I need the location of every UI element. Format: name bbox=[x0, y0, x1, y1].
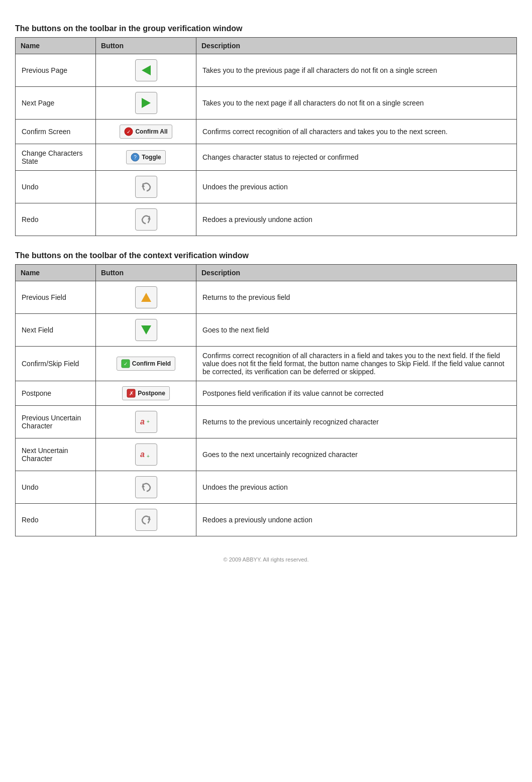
next-uncertain-icon: a + bbox=[135, 443, 157, 466]
svg-text:✓: ✓ bbox=[127, 129, 131, 135]
svg-text:?: ? bbox=[134, 155, 137, 160]
row-description: Takes you to the previous page if all ch… bbox=[196, 54, 517, 87]
table-row: Undo Undoes the previous action bbox=[16, 471, 517, 504]
section2-table: Name Button Description Previous Field R… bbox=[15, 264, 517, 536]
row-button: a + bbox=[96, 406, 196, 438]
row-description: Returns to the previous field bbox=[196, 281, 517, 314]
table-row: Confirm Screen ✓ Confirm All Confirms co… bbox=[16, 120, 517, 144]
row-description: Goes to the next uncertainly recognized … bbox=[196, 438, 517, 471]
section2-title: The buttons on the toolbar of the contex… bbox=[15, 251, 517, 260]
section1-table: Name Button Description Previous Page Ta… bbox=[15, 37, 517, 236]
col-name-2: Name bbox=[16, 265, 96, 281]
table-row: Next Field Goes to the next field bbox=[16, 314, 517, 347]
svg-text:a: a bbox=[140, 417, 145, 426]
table-row: Redo Redoes a previously undone action bbox=[16, 203, 517, 236]
row-description: Goes to the next field bbox=[196, 314, 517, 347]
row-name: Confirm Screen bbox=[16, 120, 96, 144]
svg-text:✓: ✓ bbox=[124, 361, 128, 367]
row-name: Previous Uncertain Character bbox=[16, 406, 96, 438]
svg-text:+: + bbox=[147, 454, 150, 459]
row-name: Undo bbox=[16, 471, 96, 504]
row-description: Changes character status to rejected or … bbox=[196, 144, 517, 171]
table-row: Postpone ✗ Postpone Postpones field veri… bbox=[16, 381, 517, 406]
col-button-1: Button bbox=[96, 38, 196, 54]
redo-icon bbox=[135, 208, 157, 231]
row-button bbox=[96, 314, 196, 347]
table-row: Undo Undoes the previous action bbox=[16, 171, 517, 203]
col-description-1: Description bbox=[196, 38, 517, 54]
table-row: Redo Redoes a previously undone action bbox=[16, 504, 517, 536]
undo-icon bbox=[135, 476, 157, 498]
postpone-icon: ✗ Postpone bbox=[122, 386, 170, 400]
row-button bbox=[96, 281, 196, 314]
row-button bbox=[96, 54, 196, 87]
row-name: Previous Page bbox=[16, 54, 96, 87]
undo-icon bbox=[135, 176, 157, 198]
row-button bbox=[96, 504, 196, 536]
row-button: ✗ Postpone bbox=[96, 381, 196, 406]
row-button bbox=[96, 171, 196, 203]
svg-text:a: a bbox=[140, 450, 145, 459]
next-field-icon bbox=[135, 319, 157, 341]
row-name: Confirm/Skip Field bbox=[16, 347, 96, 381]
row-description: Confirms correct recognition of all char… bbox=[196, 347, 517, 381]
row-name: Undo bbox=[16, 171, 96, 203]
footer: © 2009 ABBYY. All rights reserved. bbox=[15, 556, 517, 563]
table-row: Next Page Takes you to the next page if … bbox=[16, 87, 517, 120]
col-name-1: Name bbox=[16, 38, 96, 54]
row-name: Redo bbox=[16, 504, 96, 536]
row-button bbox=[96, 203, 196, 236]
prev-field-icon bbox=[135, 286, 157, 308]
row-name: Previous Field bbox=[16, 281, 96, 314]
row-name: Redo bbox=[16, 203, 96, 236]
row-description: Postpones field verification if its valu… bbox=[196, 381, 517, 406]
table-row: Next Uncertain Character a + Goes to the… bbox=[16, 438, 517, 471]
prev-uncertain-icon: a + bbox=[135, 411, 157, 433]
row-name: Next Page bbox=[16, 87, 96, 120]
row-description: Redoes a previously undone action bbox=[196, 203, 517, 236]
next-page-icon bbox=[135, 92, 157, 114]
svg-text:+: + bbox=[147, 419, 150, 424]
row-name: Change Characters State bbox=[16, 144, 96, 171]
row-button: ✓ Confirm Field bbox=[96, 347, 196, 381]
row-button: ? Toggle bbox=[96, 144, 196, 171]
row-description: Returns to the previous uncertainly reco… bbox=[196, 406, 517, 438]
row-button bbox=[96, 87, 196, 120]
confirm-all-icon: ✓ Confirm All bbox=[120, 125, 172, 139]
row-button bbox=[96, 471, 196, 504]
row-button: ✓ Confirm All bbox=[96, 120, 196, 144]
toggle-icon: ? Toggle bbox=[126, 150, 165, 164]
row-name: Next Uncertain Character bbox=[16, 438, 96, 471]
svg-text:✗: ✗ bbox=[129, 390, 134, 396]
section1-title: The buttons on the toolbar in the group … bbox=[15, 24, 517, 33]
row-button: a + bbox=[96, 438, 196, 471]
table-row: Previous Field Returns to the previous f… bbox=[16, 281, 517, 314]
row-name: Postpone bbox=[16, 381, 96, 406]
row-description: Redoes a previously undone action bbox=[196, 504, 517, 536]
table-row: Change Characters State ? Toggle Changes… bbox=[16, 144, 517, 171]
row-description: Takes you to the next page if all charac… bbox=[196, 87, 517, 120]
prev-page-icon bbox=[135, 59, 157, 81]
col-button-2: Button bbox=[96, 265, 196, 281]
row-description: Undoes the previous action bbox=[196, 471, 517, 504]
table-row: Previous Page Takes you to the previous … bbox=[16, 54, 517, 87]
confirm-field-icon: ✓ Confirm Field bbox=[117, 357, 175, 371]
redo-icon bbox=[135, 509, 157, 531]
table-row: Confirm/Skip Field ✓ Confirm Field Confi… bbox=[16, 347, 517, 381]
col-description-2: Description bbox=[196, 265, 517, 281]
row-description: Confirms correct recognition of all char… bbox=[196, 120, 517, 144]
row-name: Next Field bbox=[16, 314, 96, 347]
row-description: Undoes the previous action bbox=[196, 171, 517, 203]
table-row: Previous Uncertain Character a + Returns… bbox=[16, 406, 517, 438]
